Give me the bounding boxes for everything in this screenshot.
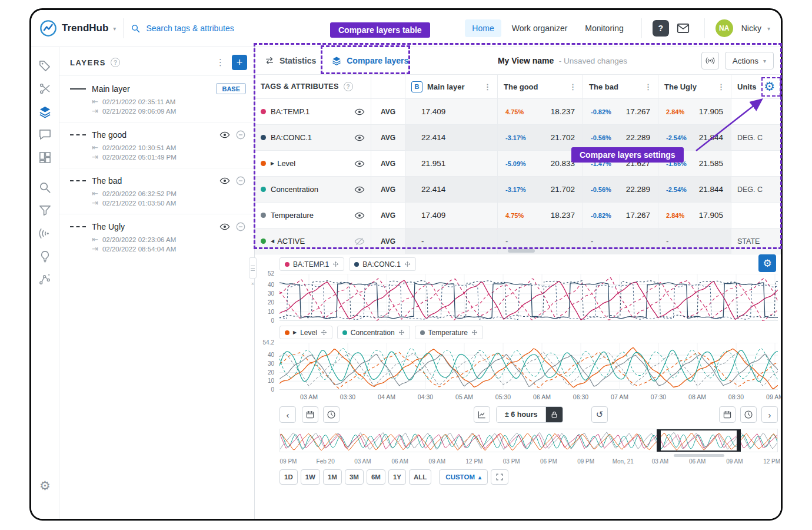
legend-chip[interactable]: ▶ Level: [279, 326, 332, 339]
analytics-icon[interactable]: [38, 273, 52, 286]
help-icon[interactable]: ?: [344, 82, 353, 91]
filters-icon[interactable]: [38, 204, 52, 217]
custom-range-button[interactable]: CUSTOM▴: [439, 469, 488, 485]
chevron-down-icon[interactable]: ▾: [767, 25, 770, 32]
time-brush[interactable]: [657, 429, 741, 452]
chevron-down-icon[interactable]: ▾: [113, 25, 116, 32]
aggregation-cell[interactable]: AVG: [371, 177, 405, 203]
range-button-all[interactable]: ALL: [409, 469, 431, 485]
expand-view-button[interactable]: [491, 469, 508, 485]
layer-entry[interactable]: The good ⇤02/20/2022 10:30:51 AM ⇥02/20/…: [59, 122, 254, 168]
end-date-picker-button[interactable]: [719, 406, 736, 423]
help-icon[interactable]: ?: [111, 58, 120, 67]
move-icon[interactable]: [398, 329, 405, 336]
actions-button[interactable]: Actions ▾: [725, 52, 774, 69]
table-row[interactable]: Concentration AVG 22.414-3.17%21.702-0.5…: [255, 177, 781, 203]
layer-visibility-eye-icon[interactable]: [219, 130, 230, 140]
visibility-eye-icon[interactable]: [354, 132, 365, 143]
nav-monitoring[interactable]: Monitoring: [578, 19, 630, 37]
tab-compare-layers[interactable]: Compare layers: [331, 55, 408, 66]
move-icon[interactable]: [404, 261, 411, 267]
nav-work-organizer[interactable]: Work organizer: [505, 19, 575, 37]
trend-chart-bottom[interactable]: [279, 343, 778, 390]
layer-visibility-eye-icon[interactable]: [219, 175, 230, 186]
recommendations-icon[interactable]: [38, 250, 52, 263]
comments-icon[interactable]: [38, 128, 52, 141]
column-menu-icon[interactable]: ⋮: [644, 82, 652, 91]
table-row[interactable]: BA:TEMP.1 AVG 17.4094.75%18.237-0.82%17.…: [255, 99, 781, 125]
nav-home[interactable]: Home: [465, 19, 501, 37]
table-row[interactable]: ▶ Level AVG 21.951-5.09%20.833-1.47%21.6…: [255, 151, 781, 177]
lock-icon[interactable]: [545, 407, 563, 422]
avatar[interactable]: NA: [716, 19, 733, 37]
app-logo[interactable]: TrendHub ▾: [39, 19, 116, 37]
visibility-eye-off-icon[interactable]: [354, 236, 365, 247]
legend-chip[interactable]: BA:TEMP.1: [279, 257, 344, 271]
context-chart[interactable]: [279, 429, 778, 452]
trend-chart-top[interactable]: [279, 274, 778, 321]
visibility-eye-icon[interactable]: [354, 107, 365, 117]
global-search[interactable]: [131, 24, 287, 34]
mail-icon[interactable]: [676, 21, 690, 35]
layer-entry[interactable]: Main layer BASE ⇤02/21/2022 02:35:11 AM …: [59, 75, 254, 122]
table-row[interactable]: Temperature AVG 17.4094.75%18.237-0.82%1…: [255, 203, 781, 228]
chart-type-button[interactable]: [474, 406, 490, 423]
table-row[interactable]: BA:CONC.1 AVG 22.414-3.17%21.702-0.56%22…: [255, 125, 781, 151]
remove-layer-icon[interactable]: [235, 130, 246, 140]
range-button-1m[interactable]: 1M: [323, 469, 342, 485]
panel-collapse-icon[interactable]: ×: [249, 281, 257, 287]
aggregation-cell[interactable]: AVG: [371, 228, 405, 254]
chart-settings-button[interactable]: ⚙: [758, 254, 776, 272]
tags-icon[interactable]: [38, 59, 52, 72]
end-time-picker-button[interactable]: [740, 406, 757, 423]
dashboards-icon[interactable]: [38, 151, 52, 164]
visibility-eye-icon[interactable]: [354, 158, 365, 169]
range-button-3m[interactable]: 3M: [345, 469, 364, 485]
column-menu-icon[interactable]: ⋮: [484, 82, 491, 91]
layer-visibility-eye-icon[interactable]: [219, 221, 230, 232]
pan-left-button[interactable]: ‹: [279, 406, 296, 423]
start-time-picker-button[interactable]: [323, 406, 340, 423]
move-icon[interactable]: [321, 329, 327, 336]
aggregation-cell[interactable]: AVG: [371, 203, 405, 228]
column-menu-icon[interactable]: ⋮: [569, 82, 577, 91]
layers-menu-icon[interactable]: ⋮: [216, 57, 225, 68]
move-icon[interactable]: [332, 261, 339, 267]
layer-entry[interactable]: The bad ⇤02/20/2022 06:32:52 PM ⇥02/21/2…: [59, 168, 254, 214]
layer-entry[interactable]: The Ugly ⇤02/20/2022 02:23:06 AM ⇥02/20/…: [59, 214, 254, 260]
search-input[interactable]: [146, 24, 287, 33]
move-icon[interactable]: [471, 329, 478, 336]
settings-gear-icon[interactable]: ⚙: [39, 479, 51, 492]
column-menu-icon[interactable]: ⋮: [717, 82, 725, 91]
legend-chip[interactable]: Temperature: [415, 326, 483, 339]
remove-layer-icon[interactable]: [235, 175, 246, 186]
aggregation-cell[interactable]: AVG: [371, 151, 405, 177]
trim-icon[interactable]: [38, 82, 52, 95]
search-icon[interactable]: [38, 181, 52, 194]
pan-right-button[interactable]: ›: [761, 406, 778, 423]
aggregation-cell[interactable]: AVG: [371, 99, 405, 125]
collapse-icon[interactable]: ◀: [271, 238, 274, 244]
range-button-6m[interactable]: 6M: [367, 469, 385, 485]
compare-layers-settings-gear-icon[interactable]: ⚙: [764, 80, 775, 92]
context-scrollbar[interactable]: [674, 454, 724, 457]
help-button[interactable]: ?: [653, 20, 669, 37]
brush-handle-right[interactable]: [737, 430, 740, 450]
layers-icon[interactable]: [38, 105, 52, 118]
start-date-picker-button[interactable]: [302, 406, 318, 423]
range-button-1w[interactable]: 1W: [301, 469, 320, 485]
visibility-eye-icon[interactable]: [354, 210, 365, 221]
expand-icon[interactable]: ▶: [271, 161, 274, 166]
legend-chip[interactable]: Concentration: [337, 326, 410, 339]
table-horizontal-scrollbar[interactable]: [508, 249, 535, 253]
expand-icon[interactable]: ▶: [293, 330, 297, 335]
tab-statistics[interactable]: Statistics: [264, 55, 316, 66]
legend-chip[interactable]: BA:CONC.1: [349, 257, 416, 271]
panel-resize-handle[interactable]: [249, 257, 257, 279]
aggregation-cell[interactable]: AVG: [371, 125, 405, 151]
add-layer-button[interactable]: +: [232, 55, 247, 70]
range-button-1y[interactable]: 1Y: [388, 469, 406, 485]
range-button-1d[interactable]: 1D: [279, 469, 298, 485]
time-span-button[interactable]: ± 6 hours: [496, 406, 563, 423]
monitors-icon[interactable]: [38, 227, 52, 240]
